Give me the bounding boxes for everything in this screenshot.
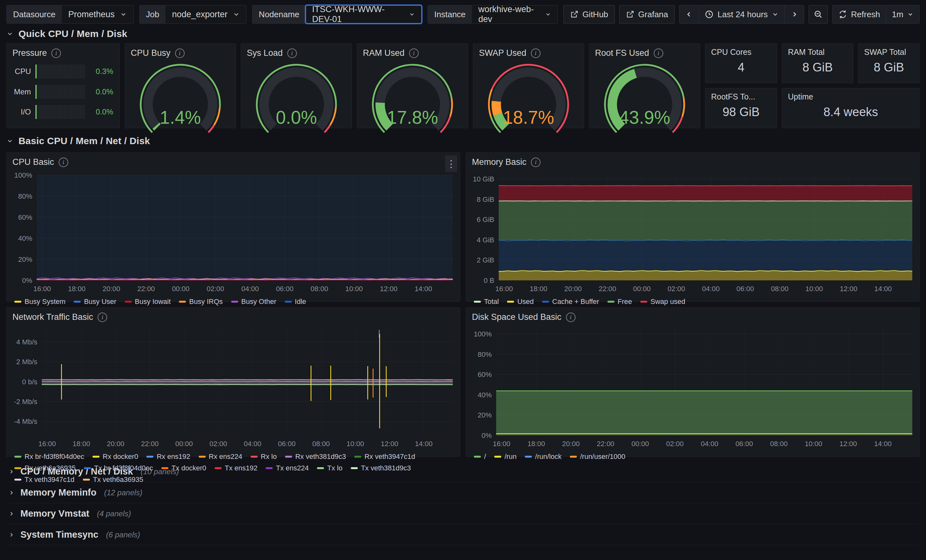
info-icon[interactable] (59, 157, 68, 167)
legend-item[interactable]: Busy User (74, 298, 116, 306)
variable-instance-select[interactable]: workhive-web-dev (472, 5, 557, 23)
legend-item[interactable]: Tx veth3947c1d (14, 475, 75, 484)
memory-basic-chart: 0 B2 GiB4 GiB6 GiB8 GiB10 GiB16:0018:002… (468, 169, 917, 296)
legend-item[interactable]: Busy System (14, 298, 65, 306)
zoom-out-icon (813, 9, 823, 19)
svg-text:08:00: 08:00 (310, 285, 328, 293)
network-traffic-basic-legend: Rx br-fd3f8f04d0ecRx docker0Rx ens192Rx … (7, 451, 460, 486)
variable-nodename-select[interactable]: ITSC-WKH-WWW-DEV-01 (306, 5, 422, 23)
svg-text:18:00: 18:00 (68, 285, 85, 293)
swap-total-title: SWAP Total (864, 47, 914, 57)
pressure-io-label: I/O (11, 107, 31, 117)
legend-item[interactable]: Tx veth6a36935 (83, 475, 144, 484)
cpu-cores-title: CPU Cores (711, 47, 771, 57)
legend-item[interactable]: Rx lo (251, 453, 277, 461)
legend-item[interactable]: Cache + Buffer (542, 298, 599, 306)
legend-item[interactable]: / (474, 453, 486, 461)
variable-job-select[interactable]: node_exporter (165, 5, 246, 23)
row-title: Memory Vmstat (20, 509, 89, 519)
time-range-picker[interactable]: Last 24 hours (699, 5, 785, 23)
refresh-group: Refresh 1m (832, 5, 920, 24)
legend-item[interactable]: Rx veth381d9c3 (285, 453, 346, 461)
info-icon[interactable] (566, 313, 576, 322)
refresh-interval-select[interactable]: 1m (886, 5, 919, 23)
legend-item[interactable]: Tx ens224 (266, 464, 309, 472)
quick-stats-row: Pressure CPU 0.3% Mem 0.0% I/O 0.0% (6, 43, 920, 128)
time-shift-back-button[interactable] (679, 5, 699, 23)
legend-item[interactable]: Rx docker0 (92, 453, 138, 461)
legend-item[interactable]: /run (494, 453, 517, 461)
legend-item[interactable]: Tx br-fd3f8f04d0ec (84, 464, 153, 472)
swap-used-title: SWAP Used (479, 48, 527, 58)
svg-text:14:00: 14:00 (415, 285, 432, 293)
legend-item[interactable]: Free (607, 298, 632, 306)
legend-item[interactable]: Busy Iowait (125, 298, 171, 306)
rootfs-total-value: 98 GiB (711, 101, 771, 125)
svg-text:02:00: 02:00 (668, 285, 685, 293)
info-icon[interactable] (531, 48, 540, 58)
legend-item[interactable]: Swap used (640, 298, 685, 306)
legend-item[interactable]: Rx veth6a36935 (14, 464, 76, 472)
external-link-icon (570, 10, 578, 18)
legend-item[interactable]: /run/lock (525, 453, 561, 461)
cpu-basic-title: CPU Basic (12, 157, 54, 167)
svg-text:60%: 60% (18, 213, 32, 221)
legend-item[interactable]: /run/user/1000 (570, 453, 625, 461)
time-shift-forward-button[interactable] (785, 5, 804, 23)
legend-item[interactable]: Rx ens192 (146, 453, 190, 461)
info-icon[interactable] (98, 313, 107, 322)
legend-item[interactable]: Tx ens192 (215, 464, 258, 472)
legend-item[interactable]: Busy IRQs (179, 298, 222, 306)
info-icon[interactable] (175, 48, 185, 58)
svg-text:14:00: 14:00 (875, 285, 892, 293)
info-icon[interactable] (531, 157, 540, 167)
section-quick-cpu-mem-disk[interactable]: Quick CPU / Mem / Disk (6, 26, 920, 42)
svg-text:08:00: 08:00 (770, 440, 788, 448)
row-panel-count: (12 panels) (104, 488, 142, 497)
info-icon[interactable] (654, 48, 663, 58)
grafana-link-button[interactable]: Grafana (619, 5, 675, 24)
pressure-io-value: 0.0% (89, 107, 113, 117)
github-link-button[interactable]: GitHub (563, 5, 615, 24)
legend-label: Tx lo (327, 464, 342, 472)
refresh-label: Refresh (851, 9, 880, 20)
row-title: Memory Meminfo (20, 487, 96, 498)
legend-item[interactable]: Tx lo (317, 464, 342, 472)
legend-item[interactable]: Idle (285, 298, 306, 306)
svg-text:10:00: 10:00 (805, 285, 823, 293)
svg-text:12:00: 12:00 (840, 285, 858, 293)
legend-item[interactable]: Total (474, 298, 499, 306)
svg-text:80%: 80% (478, 351, 492, 359)
legend-label: Busy Other (241, 298, 277, 306)
legend-item[interactable]: Rx ens224 (199, 453, 242, 461)
legend-label: Tx veth6a36935 (93, 475, 144, 484)
uptime-title: Uptime (788, 92, 914, 101)
legend-item[interactable]: Used (507, 298, 534, 306)
memory-basic-title: Memory Basic (472, 157, 527, 167)
legend-item[interactable]: Busy Other (231, 298, 277, 306)
svg-text:12:00: 12:00 (839, 440, 857, 448)
refresh-button[interactable]: Refresh (832, 5, 886, 23)
legend-item[interactable]: Rx br-fd3f8f04d0ec (14, 453, 84, 461)
row-system-timesync[interactable]: System Timesync (6 panels) (6, 524, 920, 545)
panel-menu-kebab-icon[interactable] (445, 155, 457, 172)
svg-text:0 B: 0 B (484, 277, 494, 285)
legend-swatch (251, 456, 258, 458)
legend-item[interactable]: Rx veth3947c1d (354, 453, 415, 461)
grafana-link-label: Grafana (638, 9, 668, 20)
legend-item[interactable]: Tx veth381d9c3 (351, 464, 411, 472)
svg-text:40%: 40% (18, 235, 32, 242)
legend-item[interactable]: Tx docker0 (161, 464, 206, 472)
sys-load-gauge: 0.0% (241, 60, 352, 142)
legend-swatch (161, 467, 168, 469)
row-memory-vmstat[interactable]: Memory Vmstat (4 panels) (6, 503, 920, 524)
info-icon[interactable] (287, 48, 297, 58)
legend-label: Rx ens192 (157, 453, 190, 461)
variable-datasource-select[interactable]: Prometheus (62, 5, 133, 23)
ram-total-title: RAM Total (788, 47, 847, 57)
info-icon[interactable] (409, 48, 419, 58)
time-zoom-out-button[interactable] (809, 5, 828, 24)
time-picker-group: Last 24 hours (679, 5, 804, 24)
info-icon[interactable] (51, 48, 61, 58)
svg-text:8 GiB: 8 GiB (477, 195, 494, 203)
